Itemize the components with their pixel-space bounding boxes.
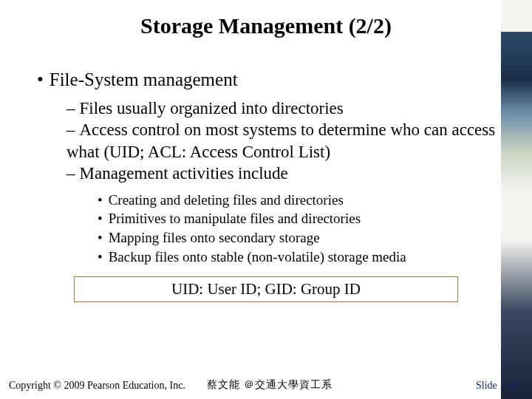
- bullet-text: File-System management: [50, 69, 238, 89]
- slide-content: Storage Management (2/2) •File-System ma…: [0, 0, 532, 302]
- bullet-dot-icon: •: [98, 211, 103, 226]
- bullet-dot-icon: •: [98, 230, 103, 245]
- bullet-level3: •Backup files onto stable (non-volatile)…: [98, 248, 502, 267]
- bullet-level3: •Primitives to manipulate files and dire…: [98, 209, 502, 228]
- dash-icon: –: [66, 120, 75, 139]
- definition-box: UID: User ID; GID: Group ID: [74, 276, 458, 302]
- bullet-text: Mapping files onto secondary storage: [109, 230, 320, 245]
- dash-icon: –: [66, 99, 75, 117]
- bullet-level1: •File-System management: [37, 69, 502, 90]
- slide-number: Slide 1-40: [476, 380, 519, 392]
- bullet-text: Access control on most systems to determ…: [66, 120, 495, 160]
- dash-icon: –: [66, 164, 75, 183]
- bullet-dot-icon: •: [98, 249, 103, 265]
- bullet-text: Files usually organized into directories: [80, 99, 344, 117]
- bullet-level2: –Management activities include: [66, 163, 502, 184]
- bullet-text: Primitives to manipulate files and direc…: [109, 211, 361, 226]
- slide-title: Storage Management (2/2): [30, 13, 502, 38]
- bullet-level2: –Files usually organized into directorie…: [66, 98, 502, 119]
- bullet-text: Management activities include: [80, 164, 288, 183]
- bullet-level3: •Creating and deleting files and directo…: [98, 191, 502, 210]
- author-text: 蔡文能 ＠交通大學資工系: [207, 378, 332, 392]
- bullet-text: Backup files onto stable (non-volatile) …: [109, 249, 406, 265]
- copyright-text: Copyright © 2009 Pearson Education, Inc.: [9, 380, 185, 392]
- bullet-level2: –Access control on most systems to deter…: [66, 119, 502, 163]
- bullet-text: Creating and deleting files and director…: [109, 192, 344, 208]
- bullet-dot-icon: •: [37, 69, 44, 89]
- bullet-dot-icon: •: [98, 192, 103, 208]
- bullet-level3: •Mapping files onto secondary storage: [98, 228, 502, 248]
